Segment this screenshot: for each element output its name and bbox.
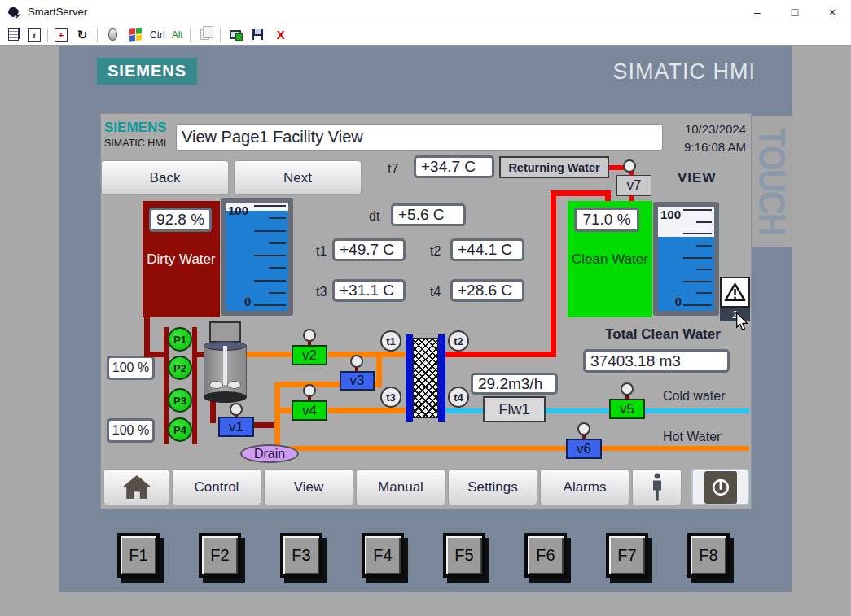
fkey-f6[interactable]: F6 xyxy=(524,533,567,578)
dirty-percent-field[interactable]: 92.8 % xyxy=(149,208,212,232)
nav-view-button[interactable]: View xyxy=(264,469,353,505)
clean-percent-field[interactable]: 71.0 % xyxy=(574,208,639,232)
t2-field[interactable]: +44.1 C xyxy=(450,238,524,261)
pump-speed-field-top[interactable]: 100 % xyxy=(107,356,155,380)
pipe-v4-out xyxy=(328,408,406,413)
mixer-motor xyxy=(209,321,241,343)
mixer-vessel-bottom xyxy=(204,391,247,403)
t7-field[interactable]: +34.7 C xyxy=(414,155,494,178)
v6-indicator xyxy=(577,422,590,435)
t1-field[interactable]: +49.7 C xyxy=(332,238,406,261)
datetime: 10/23/2024 9:16:08 AM xyxy=(660,120,746,156)
v1-indicator xyxy=(230,403,243,416)
disconnect-icon[interactable]: X xyxy=(273,27,289,43)
gauge-max-label: 100 xyxy=(660,208,681,221)
dirty-tank-name: Dirty Water xyxy=(143,251,220,268)
nav-control-button[interactable]: Control xyxy=(172,469,261,505)
ctrl-key-button[interactable]: Ctrl xyxy=(150,29,165,41)
page-title-field[interactable]: View Page1 Facility View xyxy=(176,124,663,151)
alt-key-button[interactable]: Alt xyxy=(172,29,183,41)
back-button[interactable]: Back xyxy=(101,160,229,195)
mouse-cursor xyxy=(735,312,748,331)
pipe-v2-feed xyxy=(247,352,292,357)
pipe-v4-feed xyxy=(280,408,292,413)
drain-label: Drain xyxy=(240,444,299,463)
returning-water-label: Returning Water xyxy=(499,156,609,178)
clean-water-tank: 71.0 % Clean Water xyxy=(568,201,652,317)
pump-p3: P3 xyxy=(168,388,192,413)
mixer-paddle xyxy=(227,381,241,389)
gauge-scale-ticks xyxy=(228,205,286,306)
home-button[interactable] xyxy=(103,469,169,505)
fit-screen-icon[interactable]: + xyxy=(55,28,68,42)
fkey-f4[interactable]: F4 xyxy=(362,533,404,578)
fkey-f1[interactable]: F1 xyxy=(117,533,160,578)
nav-alarms-button[interactable]: Alarms xyxy=(540,469,629,505)
toolbar-separator xyxy=(47,28,48,42)
touch-strip: TOUCH xyxy=(751,116,792,247)
info-icon[interactable]: i xyxy=(28,28,41,42)
screen-brand: SIEMENS xyxy=(104,120,167,136)
total-clean-water-label: Total Clean Water xyxy=(590,326,736,343)
time-label: 9:16:08 AM xyxy=(660,138,746,156)
mouse-icon[interactable] xyxy=(104,27,121,43)
fkey-f5[interactable]: F5 xyxy=(443,533,485,578)
fkey-f3[interactable]: F3 xyxy=(280,533,322,578)
maximize-button[interactable]: □ xyxy=(776,0,814,24)
copy-icon[interactable] xyxy=(197,27,213,43)
t3-field[interactable]: +31.1 C xyxy=(332,279,406,302)
valve-v1: v1 xyxy=(218,417,254,437)
nav-manual-button[interactable]: Manual xyxy=(356,469,445,505)
save-icon[interactable] xyxy=(250,27,266,43)
touch-label: TOUCH xyxy=(751,128,793,234)
v2-indicator xyxy=(303,329,316,342)
simatic-hmi-label: SIMATIC HMI xyxy=(613,59,757,85)
dirty-level-gauge: 100 0 xyxy=(221,198,293,316)
pipe-mixer-outlet xyxy=(210,399,216,423)
heat-exchanger-core xyxy=(413,338,438,418)
home-icon xyxy=(121,474,152,500)
fkey-f2[interactable]: F2 xyxy=(199,533,241,578)
fkey-f7[interactable]: F7 xyxy=(606,533,648,578)
transfer-icon[interactable] xyxy=(227,27,243,43)
properties-icon[interactable] xyxy=(5,27,21,43)
gauge-min-label: 0 xyxy=(675,295,682,308)
gauge-max-label: 100 xyxy=(228,203,248,217)
next-button[interactable]: Next xyxy=(234,160,362,195)
alarm-warning-icon[interactable] xyxy=(720,277,750,308)
power-button[interactable] xyxy=(691,469,749,505)
flow-value-field[interactable]: 29.2m3/h xyxy=(471,373,558,395)
date-label: 10/23/2024 xyxy=(660,120,746,138)
dt-label: dt xyxy=(369,209,379,224)
minimize-button[interactable]: – xyxy=(739,0,776,24)
windows-key-icon[interactable] xyxy=(127,27,143,43)
sensor-t4: t4 xyxy=(448,387,469,408)
t4-label: t4 xyxy=(430,285,441,299)
siemens-logo: SIEMENS xyxy=(97,58,197,85)
dt-field[interactable]: +5.6 C xyxy=(391,203,466,226)
nav-settings-button[interactable]: Settings xyxy=(448,469,537,505)
pipe-red-riser xyxy=(551,190,556,356)
refresh-icon[interactable]: ↻ xyxy=(74,27,90,43)
toolbar-separator xyxy=(190,28,191,42)
total-clean-water-field[interactable]: 37403.18 m3 xyxy=(583,349,730,373)
mixer-paddle xyxy=(209,381,223,389)
toolbar: i + ↻ Ctrl Alt X xyxy=(0,24,851,46)
title-bar: SmartServer – □ × xyxy=(0,0,851,24)
valve-v4: v4 xyxy=(292,400,327,421)
screen-siemens-logo: SIEMENS SIMATIC HMI xyxy=(104,120,167,149)
v4-indicator xyxy=(303,384,316,397)
t1-label: t1 xyxy=(316,244,327,259)
user-button[interactable] xyxy=(632,469,682,505)
pump-rail-right xyxy=(192,327,197,444)
pipe-v1-out xyxy=(254,422,276,428)
fkey-f8[interactable]: F8 xyxy=(687,533,730,578)
valve-v2: v2 xyxy=(292,345,327,365)
pump-speed-field-bottom[interactable]: 100 % xyxy=(107,418,155,443)
pump-p1: P1 xyxy=(168,327,192,352)
close-button[interactable]: × xyxy=(814,0,851,24)
flow-meter-flw1: Flw1 xyxy=(483,396,546,422)
window-title: SmartServer xyxy=(28,6,87,18)
sensor-t2: t2 xyxy=(448,330,469,352)
t4-field[interactable]: +28.6 C xyxy=(450,279,524,302)
